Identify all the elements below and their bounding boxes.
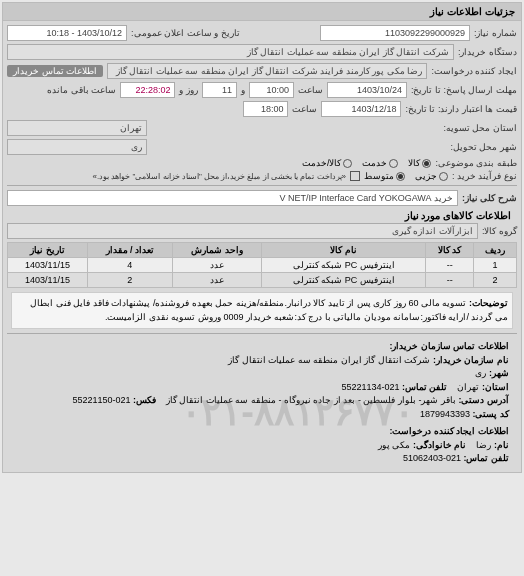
buyer-contact-chip[interactable]: اطلاعات تماس خریدار bbox=[7, 65, 103, 77]
requester-lname-label: نام خانوادگی: bbox=[413, 440, 467, 450]
row-province: استان محل تسویه: تهران bbox=[7, 120, 517, 136]
th-qty: تعداد / مقدار bbox=[87, 243, 172, 258]
buyer-org2: شرکت انتقال گاز ایران منطقه سه عملیات ان… bbox=[228, 355, 430, 365]
requester-phone: 021-51062403 bbox=[403, 453, 461, 463]
row-validity: قیمت ها اعتبار دارند: تا تاریخ: 1403/12/… bbox=[7, 101, 517, 117]
description-box: توضیحات: تسویه مالی 60 روز کاری پس از تا… bbox=[11, 292, 513, 329]
requester-label: ایجاد کننده درخواست: bbox=[431, 66, 517, 76]
class-both-label: کالا/خدمت bbox=[302, 158, 342, 168]
cell: 1 bbox=[474, 258, 517, 273]
separator bbox=[7, 333, 517, 334]
radio-dot-icon bbox=[439, 172, 448, 181]
main-title-label: شرح کلی نیاز: bbox=[462, 193, 517, 203]
buyer-org-label: دستگاه خریدار: bbox=[458, 47, 517, 57]
city-label: شهر محل تحویل: bbox=[450, 142, 517, 152]
buyer-fax: 021-55221150 bbox=[72, 395, 130, 405]
radio-dot-icon bbox=[422, 159, 431, 168]
buyer-city: ری bbox=[475, 368, 486, 378]
class-radio-service[interactable]: خدمت bbox=[362, 158, 398, 168]
buyer-org-label2: نام سازمان خریدار: bbox=[433, 355, 509, 365]
panel-title: جزئیات اطلاعات نیاز bbox=[3, 3, 521, 21]
description-label: توضیحات: bbox=[469, 298, 508, 308]
process-small-label: جزیی bbox=[415, 171, 437, 181]
radio-dot-icon bbox=[389, 159, 398, 168]
class-radio-both[interactable]: کالا/خدمت bbox=[302, 158, 353, 168]
process-checkbox[interactable] bbox=[350, 171, 360, 181]
need-no-label: شماره نیاز: bbox=[474, 28, 517, 38]
buyer-postal: 1879943393 bbox=[420, 409, 470, 419]
requester-name: رضا bbox=[476, 440, 491, 450]
cell: اینترفیس PC شبکه کنترلی bbox=[262, 273, 426, 288]
th-date: تاریخ نیاز bbox=[8, 243, 88, 258]
class-label: طبقه بندی موضوعی: bbox=[435, 158, 517, 168]
validity-label: قیمت ها اعتبار دارند: تا تاریخ: bbox=[405, 104, 517, 114]
items-table: ردیف کد کالا نام کالا واحد شمارش تعداد /… bbox=[7, 242, 517, 288]
main-title-field: خرید V NET/IP Interface Card YOKOGAWA bbox=[7, 190, 458, 206]
cell: 1403/11/15 bbox=[8, 258, 88, 273]
process-radio-medium[interactable]: متوسط bbox=[364, 171, 405, 181]
province-field: تهران bbox=[7, 120, 147, 136]
requester-contact-block: اطلاعات ایجاد کننده درخواست: نام: رضا نا… bbox=[7, 423, 517, 468]
buyer-province-label: استان: bbox=[482, 382, 509, 392]
buyer-phone-label: تلفن تماس: bbox=[402, 382, 448, 392]
buyer-address: باقر شهر- بلوار فلسطین - بعد از جاده نیر… bbox=[166, 395, 456, 405]
days-and: و bbox=[241, 85, 245, 95]
buyer-contact-title: اطلاعات تماس سازمان خریدار: bbox=[390, 341, 510, 351]
details-panel: جزئیات اطلاعات نیاز شماره نیاز: 11030922… bbox=[2, 2, 522, 473]
table-header-row: ردیف کد کالا نام کالا واحد شمارش تعداد /… bbox=[8, 243, 517, 258]
table-row: 1 -- اینترفیس PC شبکه کنترلی عدد 4 1403/… bbox=[8, 258, 517, 273]
row-buyer-org: دستگاه خریدار: شرکت انتقال گاز ایران منط… bbox=[7, 44, 517, 60]
days-remaining-label: روز و bbox=[179, 85, 198, 95]
separator bbox=[7, 185, 517, 186]
announce-label: تاریخ و ساعت اعلان عمومی: bbox=[131, 28, 240, 38]
buyer-fax-label: فکس: bbox=[133, 395, 156, 405]
cell: عدد bbox=[172, 258, 261, 273]
reply-time-field: 10:00 bbox=[249, 82, 294, 98]
row-reply-deadline: مهلت ارسال پاسخ: تا تاریخ: 1403/10/24 سا… bbox=[7, 82, 517, 98]
days-remaining-field: 11 bbox=[202, 82, 237, 98]
time-remaining-label: ساعت باقی مانده bbox=[47, 85, 116, 95]
buyer-org-field: شرکت انتقال گاز ایران منطقه سه عملیات ان… bbox=[7, 44, 454, 60]
th-name: نام کالا bbox=[262, 243, 426, 258]
cell: 4 bbox=[87, 258, 172, 273]
cell: -- bbox=[426, 258, 474, 273]
reply-time-label: ساعت bbox=[298, 85, 323, 95]
process-label: نوع فرآیند خرید : bbox=[452, 171, 517, 181]
cell: اینترفیس PC شبکه کنترلی bbox=[262, 258, 426, 273]
row-main-title: شرح کلی نیاز: خرید V NET/IP Interface Ca… bbox=[7, 190, 517, 206]
cell: عدد bbox=[172, 273, 261, 288]
requester-name-label: نام: bbox=[494, 440, 509, 450]
row-need-no: شماره نیاز: 1103092299000929 تاریخ و ساع… bbox=[7, 25, 517, 41]
description-text: تسویه مالی 60 روز کاری پس از تایید کالا … bbox=[30, 298, 508, 322]
requester-lname: مکی پور bbox=[378, 440, 411, 450]
need-no-field: 1103092299000929 bbox=[320, 25, 470, 41]
items-section-title: اطلاعات کالاهای مورد نیاز bbox=[13, 210, 511, 221]
class-service-label: خدمت bbox=[362, 158, 387, 168]
th-code: کد کالا bbox=[426, 243, 474, 258]
requester-field: رضا مکی پور کارمند فرایند شرکت انتقال گا… bbox=[107, 63, 427, 79]
reply-deadline-label: مهلت ارسال پاسخ: تا تاریخ: bbox=[411, 85, 517, 95]
th-unit: واحد شمارش bbox=[172, 243, 261, 258]
table-row: 2 -- اینترفیس PC شبکه کنترلی عدد 2 1403/… bbox=[8, 273, 517, 288]
province-label: استان محل تسویه: bbox=[443, 123, 517, 133]
buyer-phone: 021-55221134 bbox=[341, 382, 399, 392]
process-medium-label: متوسط bbox=[364, 171, 394, 181]
row-classification: طبقه بندی موضوعی: کالا خدمت کالا/خدمت bbox=[7, 158, 517, 168]
time-remaining-field: 22:28:02 bbox=[120, 82, 175, 98]
cell: -- bbox=[426, 273, 474, 288]
group-label: گروه کالا: bbox=[482, 226, 517, 236]
class-radio-goods[interactable]: کالا bbox=[408, 158, 431, 168]
process-radio-small[interactable]: جزیی bbox=[415, 171, 448, 181]
group-field: ابزارآلات اندازه گیری bbox=[7, 223, 478, 239]
cell: 1403/11/15 bbox=[8, 273, 88, 288]
reply-date-field: 1403/10/24 bbox=[327, 82, 407, 98]
validity-time-label: ساعت bbox=[292, 104, 317, 114]
radio-dot-icon bbox=[343, 159, 352, 168]
buyer-city-label: شهر: bbox=[489, 368, 509, 378]
validity-time-field: 18:00 bbox=[243, 101, 288, 117]
row-requester: ایجاد کننده درخواست: رضا مکی پور کارمند … bbox=[7, 63, 517, 79]
th-row: ردیف bbox=[474, 243, 517, 258]
city-field: ری bbox=[7, 139, 147, 155]
buyer-address-label: آدرس دستی: bbox=[459, 395, 510, 405]
row-group: گروه کالا: ابزارآلات اندازه گیری bbox=[7, 223, 517, 239]
